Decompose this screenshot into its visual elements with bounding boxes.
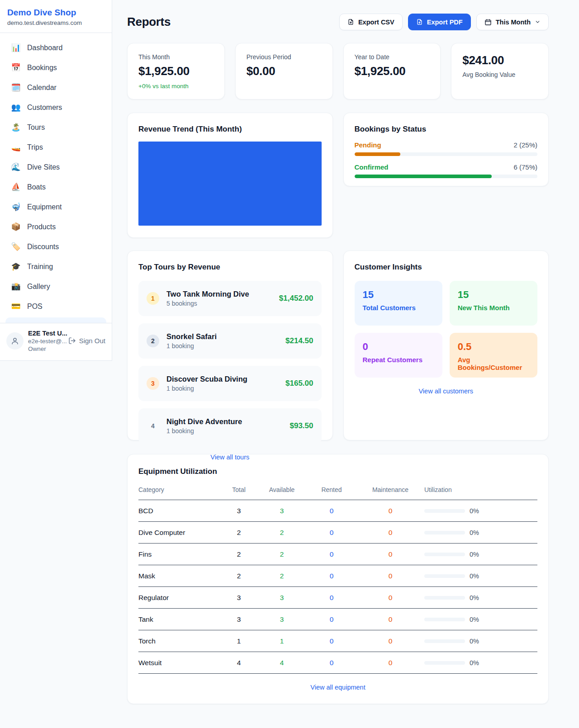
export-pdf-label: Export PDF [427, 19, 463, 26]
sidebar-user-footer: E2E Test U... e2e-tester@... Owner Sign … [0, 323, 112, 360]
insight-value: 15 [363, 289, 434, 301]
sidebar-item-dashboard[interactable]: 📊Dashboard [5, 38, 106, 57]
equipment-maintenance: 0 [356, 637, 424, 645]
equipment-table-header: Category Total Available Rented Maintena… [138, 486, 537, 500]
sidebar-item-label: Equipment [27, 203, 62, 211]
period-dropdown[interactable]: This Month [476, 14, 549, 30]
sidebar-item-training[interactable]: 🎓Training [5, 257, 106, 276]
equipment-available: 2 [257, 529, 307, 537]
status-count: 2 (25%) [513, 141, 537, 149]
stat-cards-row: This Month $1,925.00 +0% vs last month P… [127, 43, 549, 99]
tour-name: Night Dive Adventure [166, 417, 283, 426]
equipment-total: 2 [221, 550, 257, 558]
equipment-maintenance: 0 [356, 507, 424, 515]
sign-out-label: Sign Out [79, 337, 105, 345]
page-title: Reports [127, 15, 171, 29]
status-progress-fill [355, 175, 492, 178]
person-icon [11, 337, 19, 345]
column-header-utilization: Utilization [424, 486, 537, 493]
sidebar-item-boats[interactable]: ⛵Boats [5, 178, 106, 196]
bookings-by-status-title: Bookings by Status [355, 125, 538, 134]
shop-domain: demo.test.divestreams.com [7, 19, 104, 26]
sidebar-item-discounts[interactable]: 🏷️Discounts [5, 237, 106, 256]
sidebar-item-calendar[interactable]: 🗓️Calendar [5, 78, 106, 97]
view-all-customers-link[interactable]: View all customers [355, 388, 538, 395]
equipment-row: Regulator33000% [138, 587, 537, 609]
equipment-rented: 0 [307, 637, 356, 645]
main-content: Reports Export CSV Export PDF This Month… [112, 0, 579, 722]
sidebar-nav: 📊Dashboard📅Bookings🗓️Calendar👥Customers🏝… [0, 33, 112, 323]
insight-label: Avg Bookings/Customer [458, 356, 529, 371]
utilization-bar [424, 639, 465, 643]
tour-bookings-count: 1 booking [166, 342, 278, 350]
top-tours-title: Top Tours by Revenue [138, 263, 322, 272]
sidebar-item-equipment[interactable]: 🤿Equipment [5, 198, 106, 216]
training-icon: 🎓 [11, 262, 21, 271]
sidebar-item-dive-sites[interactable]: 🌊Dive Sites [5, 158, 106, 176]
trips-icon: 🚤 [11, 142, 21, 152]
equipment-row: Wetsuit44000% [138, 652, 537, 674]
sidebar-item-label: Products [27, 223, 56, 231]
dashboard-icon: 📊 [11, 43, 21, 52]
tour-name: Snorkel Safari [166, 332, 278, 341]
sidebar-item-pos[interactable]: 💳POS [5, 297, 106, 316]
sidebar-item-reports-partial[interactable] [5, 317, 106, 323]
sidebar-item-label: Calendar [27, 84, 57, 92]
equipment-rented: 0 [307, 529, 356, 537]
sidebar-item-bookings[interactable]: 📅Bookings [5, 58, 106, 77]
tour-name: Two Tank Morning Dive [166, 290, 272, 298]
utilization-bar [424, 596, 465, 600]
sign-out-button[interactable]: Sign Out [68, 337, 105, 345]
equipment-icon: 🤿 [11, 202, 21, 212]
utilization-bar [424, 553, 465, 556]
equipment-category: Regulator [138, 594, 221, 602]
equipment-row: Mask22000% [138, 565, 537, 587]
column-header-category: Category [138, 486, 221, 493]
equipment-maintenance: 0 [356, 572, 424, 580]
products-icon: 📦 [11, 222, 21, 232]
equipment-available: 3 [257, 507, 307, 515]
equipment-category: Mask [138, 572, 221, 580]
tour-bookings-count: 5 bookings [166, 300, 272, 307]
tour-rank-badge: 2 [147, 335, 159, 347]
equipment-maintenance: 0 [356, 529, 424, 537]
view-all-tours-link[interactable]: View all tours [138, 454, 322, 461]
equipment-category: Wetsuit [138, 659, 221, 667]
utilization-percent: 0% [470, 551, 479, 558]
stat-value: $0.00 [247, 64, 322, 78]
insight-label: Total Customers [363, 304, 434, 312]
column-header-rented: Rented [307, 486, 356, 493]
insight-value: 0.5 [458, 341, 529, 353]
equipment-row: BCD33000% [138, 500, 537, 522]
equipment-table: Category Total Available Rented Maintena… [138, 486, 537, 674]
sidebar-item-gallery[interactable]: 📸Gallery [5, 277, 106, 296]
stat-label: Year to Date [355, 53, 430, 61]
bookings-icon: 📅 [11, 63, 21, 72]
sidebar-item-label: Bookings [27, 64, 57, 72]
equipment-total: 3 [221, 507, 257, 515]
status-row-confirmed: Confirmed 6 (75%) [355, 163, 538, 178]
equipment-category: Dive Computer [138, 529, 221, 537]
equipment-maintenance: 0 [356, 615, 424, 624]
sidebar-item-label: Tours [27, 123, 45, 132]
utilization-bar [424, 531, 465, 534]
sidebar-item-label: Dashboard [27, 44, 62, 52]
equipment-rented: 0 [307, 594, 356, 602]
stat-value: $1,925.00 [138, 64, 214, 78]
stat-card-avg-booking-value: $241.00 Avg Booking Value [451, 43, 549, 99]
insight-label: New This Month [458, 304, 529, 312]
sidebar-item-trips[interactable]: 🚤Trips [5, 138, 106, 156]
page-header: Reports Export CSV Export PDF This Month [127, 0, 549, 30]
sidebar-item-customers[interactable]: 👥Customers [5, 98, 106, 117]
utilization-percent: 0% [470, 594, 479, 601]
sidebar-item-products[interactable]: 📦Products [5, 217, 106, 236]
customer-insights-title: Customer Insights [355, 263, 538, 272]
tour-rank-badge: 1 [147, 292, 159, 305]
export-pdf-button[interactable]: Export PDF [408, 14, 471, 30]
sidebar-item-tours[interactable]: 🏝️Tours [5, 118, 106, 137]
equipment-available: 2 [257, 572, 307, 580]
tour-rank-badge: 3 [147, 377, 159, 390]
export-csv-button[interactable]: Export CSV [339, 14, 403, 30]
bookings-by-status-card: Bookings by Status Pending 2 (25%) Confi… [343, 113, 549, 186]
view-all-equipment-link[interactable]: View all equipment [138, 684, 537, 691]
